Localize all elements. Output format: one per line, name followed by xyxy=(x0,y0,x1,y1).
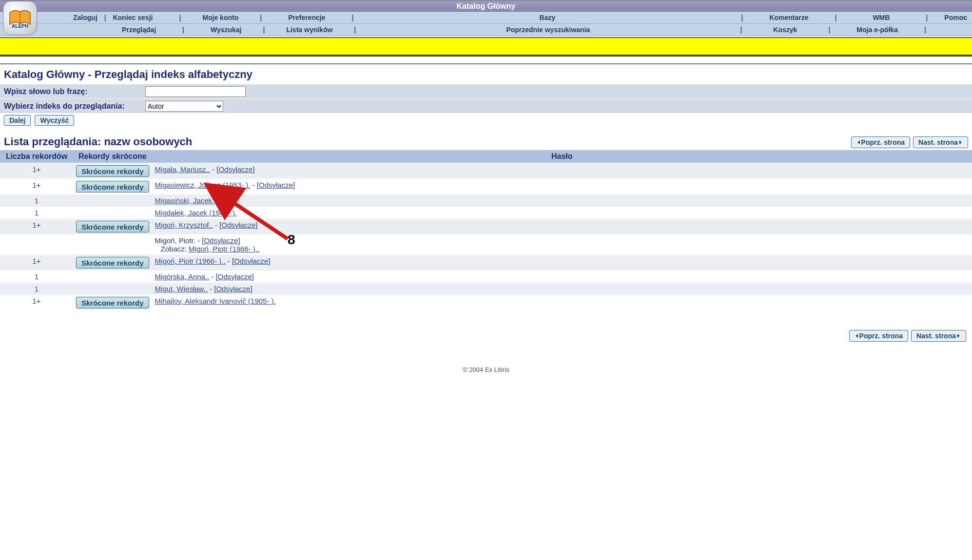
cell-short xyxy=(73,283,152,295)
form-row-phrase: Wpisz słowo lub frazę: xyxy=(0,84,972,98)
cell-short xyxy=(73,234,152,255)
heading-link[interactable]: Migut, Wiesław.. xyxy=(155,285,208,293)
references-link[interactable]: Odsyłacze xyxy=(234,257,268,265)
phrase-input[interactable] xyxy=(145,86,246,97)
go-button[interactable]: Dalej xyxy=(4,115,31,126)
prev-page-button[interactable]: Poprz. strona xyxy=(851,136,910,148)
nav-poprzednie-wyszukiwania[interactable]: Poprzednie wyszukiwania xyxy=(506,26,590,34)
table-row: 1+Skrócone rekordyMigoń, Krzysztof.. - [… xyxy=(0,219,972,234)
cell-heading: Migoń, Piotr. - [Odsyłacze]Zobacz: Migoń… xyxy=(152,234,972,255)
cell-short xyxy=(73,207,152,219)
cell-heading: Migała, Mariusz.. - [Odsyłacze] xyxy=(152,163,972,179)
list-title: Lista przeglądania: nazw osobowych xyxy=(4,135,192,148)
table-row: 1+Skrócone rekordyMigoń, Piotr (1966- ).… xyxy=(0,255,972,270)
cell-heading: Migórska, Anna.. - [Odsyłacze] xyxy=(152,270,972,283)
clear-button[interactable]: Wyczyść xyxy=(35,115,74,126)
list-header: Lista przeglądania: nazw osobowych Poprz… xyxy=(0,128,972,150)
references-link[interactable]: Odsyłacze xyxy=(204,236,238,245)
heading-link[interactable]: Migoń, Piotr (1966- ).. xyxy=(155,257,226,265)
cell-count: 1 xyxy=(0,207,73,219)
heading-link[interactable]: Migasiewicz, Juliusz (1953- ). xyxy=(155,181,251,189)
short-records-button[interactable]: Skrócone rekordy xyxy=(76,221,149,232)
nav-row-1: Zaloguj | Koniec sesji | Moje konto | Pr… xyxy=(0,12,972,24)
page-title: Katalog Główny - Przeglądaj indeks alfab… xyxy=(0,64,972,84)
chevron-right-icon xyxy=(958,140,963,145)
svg-marker-6 xyxy=(957,334,960,338)
chevron-left-icon xyxy=(855,333,859,338)
nav-row-2: Przeglądaj | Wyszukaj | Lista wyników | … xyxy=(0,24,972,36)
heading-link[interactable]: Migoń, Krzysztof.. xyxy=(155,221,213,229)
nav-koniec-sesji[interactable]: Koniec sesji xyxy=(113,14,153,21)
nav-bazy[interactable]: Bazy xyxy=(540,14,556,21)
nav-komentarze[interactable]: Komentarze xyxy=(769,14,808,21)
nav-moje-konto[interactable]: Moje konto xyxy=(202,14,238,21)
index-label: Wybierz indeks do przeglądania: xyxy=(4,102,145,111)
short-records-button[interactable]: Skrócone rekordy xyxy=(76,165,149,177)
index-select[interactable]: Autor xyxy=(145,101,223,112)
cell-count: 1+ xyxy=(0,295,73,310)
svg-marker-1 xyxy=(857,140,860,144)
svg-text:ALEPH: ALEPH xyxy=(12,23,28,28)
table-row: 1Migórska, Anna.. - [Odsyłacze] xyxy=(0,270,972,283)
cell-heading: Migasiński, Jacek. xyxy=(152,194,972,207)
nav-wmb[interactable]: WMB xyxy=(873,14,890,21)
references-link[interactable]: Odsyłacze xyxy=(221,221,255,229)
heading-link[interactable]: Migasiński, Jacek. xyxy=(155,196,214,205)
browse-table: Liczba rekordów Rekordy skrócone Hasło 1… xyxy=(0,150,972,310)
short-records-button[interactable]: Skrócone rekordy xyxy=(76,297,149,309)
cell-short: Skrócone rekordy xyxy=(73,295,152,310)
nav-pomoc[interactable]: Pomoc xyxy=(944,14,967,21)
cell-heading: Migoń, Krzysztof.. - [Odsyłacze] xyxy=(152,219,972,234)
annotation-label: 8 xyxy=(288,232,295,248)
see-link[interactable]: Migoń, Piotr (1966- ).. xyxy=(189,245,259,253)
nav-lista-wynikow[interactable]: Lista wyników xyxy=(286,26,332,34)
cell-heading: Migut, Wiesław.. - [Odsyłacze] xyxy=(152,283,972,295)
col-count: Liczba rekordów xyxy=(0,150,73,163)
chevron-left-icon xyxy=(856,140,861,145)
short-records-button[interactable]: Skrócone rekordy xyxy=(76,181,149,193)
heading-link[interactable]: Migdałek, Jacek (1949- ). xyxy=(155,209,237,217)
next-page-button[interactable]: Nast. strona xyxy=(913,136,968,148)
references-link[interactable]: Odsyłacze xyxy=(218,272,252,281)
references-link[interactable]: Odsyłacze xyxy=(218,165,253,174)
table-row: 1+Skrócone rekordyMigasiewicz, Juliusz (… xyxy=(0,179,972,194)
cell-count: 1+ xyxy=(0,179,73,194)
references-link[interactable]: Odsyłacze xyxy=(216,285,250,293)
cell-heading: Mihajlov, Aleksandr Ivanovič (1905- ). xyxy=(152,295,972,310)
cell-count: 1 xyxy=(0,283,73,295)
cell-count: 1+ xyxy=(0,219,73,234)
cell-count: 1+ xyxy=(0,163,73,179)
short-records-button[interactable]: Skrócone rekordy xyxy=(76,257,149,269)
col-heading: Hasło xyxy=(152,150,972,163)
see-line: Zobacz: Migoń, Piotr (1966- ).. xyxy=(155,245,969,253)
cell-short: Skrócone rekordy xyxy=(73,219,152,234)
prev-page-button-bottom[interactable]: Poprz. strona xyxy=(849,330,908,342)
cell-short: Skrócone rekordy xyxy=(73,163,152,179)
nav-zaloguj[interactable]: Zaloguj xyxy=(73,14,97,21)
cell-short: Skrócone rekordy xyxy=(73,255,152,270)
table-row: Migoń, Piotr. - [Odsyłacze]Zobacz: Migoń… xyxy=(0,234,972,255)
nav-moja-epolka[interactable]: Moja e-półka xyxy=(856,26,898,34)
app-title: Katalog Główny xyxy=(457,2,516,10)
table-row: 1Migasiński, Jacek. xyxy=(0,194,972,207)
next-page-button-bottom[interactable]: Nast. strona xyxy=(911,330,966,342)
nav-przegladaj[interactable]: Przeglądaj xyxy=(122,26,156,34)
aleph-logo: ALEPH xyxy=(3,1,37,35)
cell-heading: Migoń, Piotr (1966- ).. - [Odsyłacze] xyxy=(152,255,972,270)
nav-preferencje[interactable]: Preferencje xyxy=(288,14,325,21)
cell-count: 1 xyxy=(0,194,73,207)
copyright: © 2004 Ex Libris xyxy=(0,347,972,383)
table-row: 1+Skrócone rekordyMigała, Mariusz.. - [O… xyxy=(0,163,972,179)
references-link[interactable]: Odsyłacze xyxy=(259,181,293,189)
nav-koszyk[interactable]: Koszyk xyxy=(773,26,797,34)
heading-link[interactable]: Migórska, Anna.. xyxy=(155,272,210,281)
nav-wrap: ALEPH Zaloguj | Koniec sesji | Moje kont… xyxy=(0,12,972,36)
nav-wyszukaj[interactable]: Wyszukaj xyxy=(211,26,242,34)
cell-count: 1+ xyxy=(0,255,73,270)
form-buttons: Dalej Wyczyść xyxy=(0,113,972,128)
yellow-banner xyxy=(0,37,972,57)
heading-link[interactable]: Mihajlov, Aleksandr Ivanovič (1905- ). xyxy=(155,297,276,305)
table-row: 1+Skrócone rekordyMihajlov, Aleksandr Iv… xyxy=(0,295,972,310)
heading-link[interactable]: Migała, Mariusz.. xyxy=(155,165,210,174)
form-row-index: Wybierz indeks do przeglądania: Autor xyxy=(0,98,972,113)
